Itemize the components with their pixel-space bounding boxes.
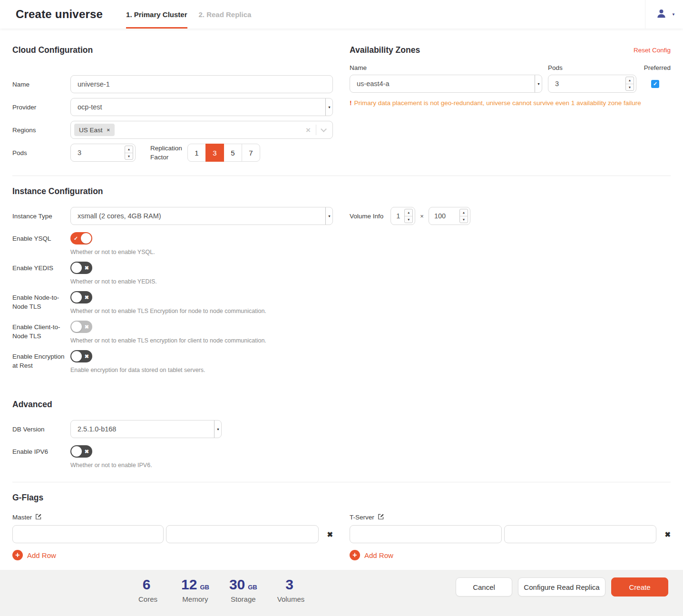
toggle-knob bbox=[71, 446, 82, 457]
step-down-icon[interactable]: ▼ bbox=[405, 216, 412, 223]
multiselect-controls: × bbox=[306, 125, 326, 135]
step-up-icon[interactable]: ▲ bbox=[125, 146, 133, 153]
memory-unit: GB bbox=[200, 584, 209, 590]
chevron-down-icon[interactable] bbox=[321, 126, 327, 132]
configure-read-replica-button[interactable]: Configure Read Replica bbox=[518, 577, 605, 596]
toggle-knob bbox=[71, 351, 82, 362]
instance-type-value: xsmall (2 cores, 4GB RAM) bbox=[78, 212, 161, 220]
step-up-icon[interactable]: ▲ bbox=[405, 209, 412, 216]
availability-zones-title: Availability Zones bbox=[350, 45, 420, 55]
universe-name-input[interactable] bbox=[71, 76, 332, 93]
step-up-icon[interactable]: ▲ bbox=[460, 209, 468, 216]
add-row-label: Add Row bbox=[364, 551, 393, 559]
step-down-icon[interactable]: ▼ bbox=[626, 84, 634, 91]
caret-down-icon[interactable]: ▼ bbox=[672, 12, 675, 17]
enable-ipv6-control: ✖ Whether or not to enable IPV6. bbox=[70, 445, 152, 469]
replication-option-7[interactable]: 7 bbox=[242, 144, 260, 162]
enable-yedis-helper: Whether or not to enable YEDIS. bbox=[70, 278, 157, 286]
gflags-title: G-Flags bbox=[12, 493, 671, 503]
cross-icon: ✖ bbox=[82, 265, 91, 271]
regions-row: Regions US East × × bbox=[12, 121, 333, 139]
replication-option-3[interactable]: 3 bbox=[205, 144, 224, 162]
storage-stat: 30GB Storage bbox=[229, 577, 257, 603]
az-preferred-header: Preferred bbox=[644, 64, 671, 71]
edit-icon[interactable] bbox=[35, 513, 42, 521]
master-gflags-panel: Master ✖ + Add Row bbox=[12, 513, 333, 560]
instance-type-select[interactable]: xsmall (2 cores, 4GB RAM) ▼ bbox=[70, 207, 333, 225]
replication-option-5[interactable]: 5 bbox=[224, 144, 242, 162]
volumes-label: Volumes bbox=[277, 595, 305, 603]
pods-input[interactable] bbox=[71, 144, 123, 161]
cores-value: 6 bbox=[143, 577, 151, 592]
universe-name-field bbox=[70, 75, 333, 93]
az-pods-stepper[interactable]: ▲ ▼ bbox=[625, 77, 634, 91]
user-avatar-icon[interactable] bbox=[656, 8, 667, 21]
az-pods-field: ▲ ▼ bbox=[548, 75, 636, 93]
az-pods-input[interactable] bbox=[548, 75, 624, 92]
geo-redundancy-warning: !Primary data placement is not geo-redun… bbox=[350, 99, 671, 107]
footer-actions: Cancel Configure Read Replica Create bbox=[456, 577, 668, 596]
volume-size-input[interactable] bbox=[429, 207, 459, 225]
plus-circle-icon: + bbox=[350, 550, 360, 560]
region-tag: US East × bbox=[74, 124, 115, 136]
enable-ysql-control: ✓ Whether or not to enable YSQL. bbox=[70, 232, 155, 256]
instance-type-label: Instance Type bbox=[12, 212, 70, 221]
enable-node-to-node-tls-toggle[interactable]: ✖ bbox=[70, 291, 92, 303]
preferred-checkbox[interactable]: ✓ bbox=[651, 80, 659, 88]
az-name-select[interactable]: us-east4-a ▼ bbox=[350, 75, 542, 93]
remove-row-icon[interactable]: ✖ bbox=[664, 531, 671, 538]
remove-region-icon[interactable]: × bbox=[107, 127, 110, 133]
enable-client-to-node-tls-control: ✖ Whether or not to enable TLS encryptio… bbox=[70, 321, 266, 345]
enable-ipv6-toggle[interactable]: ✖ bbox=[70, 445, 92, 458]
clear-all-icon[interactable]: × bbox=[306, 126, 311, 134]
master-gflag-value-input[interactable] bbox=[166, 525, 319, 543]
db-version-label: DB Version bbox=[12, 425, 70, 434]
tserver-label-row: T-Server bbox=[350, 513, 671, 521]
master-gflag-row: ✖ bbox=[12, 525, 333, 543]
enable-ipv6-row: Enable IPV6 ✖ Whether or not to enable I… bbox=[12, 445, 671, 469]
volume-count-input[interactable] bbox=[391, 207, 404, 225]
db-version-select[interactable]: 2.5.1.0-b168 ▼ bbox=[70, 420, 222, 438]
tab-primary-cluster[interactable]: 1. Primary Cluster bbox=[126, 0, 187, 29]
create-button[interactable]: Create bbox=[611, 577, 668, 596]
tab-read-replica[interactable]: 2. Read Replica bbox=[199, 0, 252, 29]
pods-field: ▲ ▼ bbox=[70, 144, 136, 162]
provider-select[interactable]: ocp-test ▼ bbox=[70, 98, 333, 116]
volume-size-stepper[interactable]: ▲ ▼ bbox=[459, 209, 468, 223]
enable-yedis-toggle[interactable]: ✖ bbox=[70, 262, 92, 274]
universe-name-row: Name bbox=[12, 75, 333, 93]
enable-encryption-at-rest-row: Enable Encryption at Rest ✖ Enable encry… bbox=[12, 350, 333, 374]
regions-multiselect[interactable]: US East × × bbox=[70, 121, 333, 139]
volume-count-stepper[interactable]: ▲ ▼ bbox=[404, 209, 413, 223]
storage-unit: GB bbox=[248, 584, 257, 590]
tserver-gflag-row: ✖ bbox=[350, 525, 671, 543]
step-down-icon[interactable]: ▼ bbox=[125, 153, 133, 160]
provider-value: ocp-test bbox=[78, 103, 102, 111]
master-add-row-button[interactable]: + Add Row bbox=[12, 550, 333, 560]
enable-ysql-toggle[interactable]: ✓ bbox=[70, 232, 92, 244]
tserver-gflags-panel: T-Server ✖ + Add Row bbox=[350, 513, 671, 560]
add-row-label: Add Row bbox=[27, 551, 56, 559]
cancel-button[interactable]: Cancel bbox=[456, 577, 512, 596]
user-menu[interactable]: ▼ bbox=[645, 0, 683, 29]
enable-ipv6-label: Enable IPV6 bbox=[12, 445, 70, 469]
tserver-gflag-value-input[interactable] bbox=[504, 525, 656, 543]
volume-size-field: ▲ ▼ bbox=[429, 207, 470, 225]
remove-row-icon[interactable]: ✖ bbox=[327, 531, 333, 538]
enable-node-to-node-tls-label: Enable Node-to-Node TLS bbox=[12, 291, 70, 315]
replication-option-1[interactable]: 1 bbox=[187, 144, 206, 162]
name-label: Name bbox=[12, 80, 70, 89]
pods-stepper[interactable]: ▲ ▼ bbox=[125, 146, 133, 160]
edit-icon[interactable] bbox=[378, 513, 384, 521]
tserver-add-row-button[interactable]: + Add Row bbox=[350, 550, 671, 560]
step-down-icon[interactable]: ▼ bbox=[460, 216, 468, 223]
memory-label: Memory bbox=[181, 595, 209, 603]
header: Create universe 1. Primary Cluster 2. Re… bbox=[0, 0, 683, 29]
tserver-gflag-name-input[interactable] bbox=[350, 525, 502, 543]
step-up-icon[interactable]: ▲ bbox=[626, 77, 634, 84]
reset-config-link[interactable]: Reset Config bbox=[634, 47, 671, 54]
enable-encryption-at-rest-toggle[interactable]: ✖ bbox=[70, 350, 92, 362]
az-name-header: Name bbox=[350, 64, 548, 71]
az-row: us-east4-a ▼ ▲ ▼ ✓ bbox=[350, 75, 671, 93]
master-gflag-name-input[interactable] bbox=[12, 525, 164, 543]
